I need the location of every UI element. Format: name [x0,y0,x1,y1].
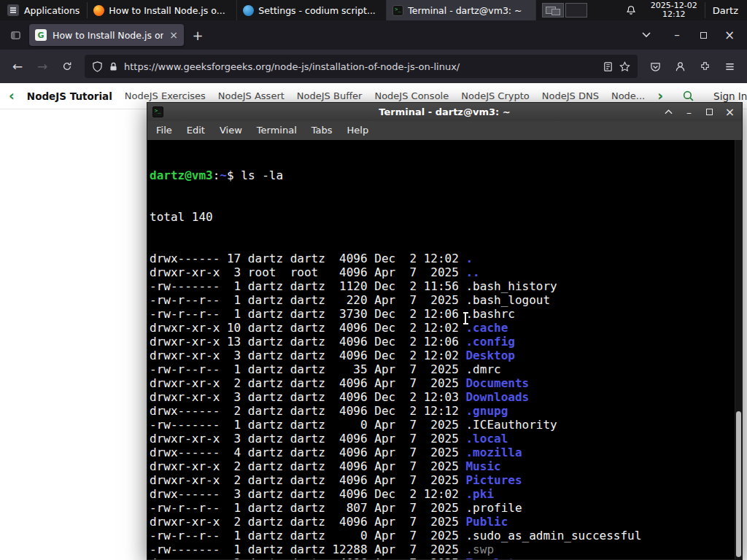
typed-command: ls -la [241,168,283,182]
ls-row: -rw-r--r-- 1 dartz dartz 0 Apr 7 2025 .s… [150,529,742,542]
terminal-icon [392,5,403,16]
user-menu[interactable]: Dartz [705,0,747,20]
ls-row: drwxr-xr-x 2 dartz dartz 4096 Apr 7 2025… [150,473,742,487]
subnav-item[interactable]: NodeJS Console [374,90,449,101]
bell-icon [626,5,636,15]
ls-row: drwxr-xr-x 13 dartz dartz 4096 Dec 2 12:… [150,335,742,349]
browser-window-controls: – × [665,25,741,45]
ls-row: drwxr-xr-x 10 dartz dartz 4096 Dec 2 12:… [150,321,742,335]
tab-active[interactable]: G How to Install Node.js on... × [29,24,184,46]
mouse-cursor [462,312,469,324]
subnav-item[interactable]: NodeJS Exercises [125,90,206,101]
workspace-2[interactable] [565,3,587,18]
ls-row: -rw------- 1 dartz dartz 12288 Apr 7 202… [150,542,742,556]
reload-button[interactable] [55,55,79,78]
url-bar[interactable]: https://www.geeksforgeeks.org/node-js/in… [85,55,638,78]
workspace-switcher[interactable] [542,3,587,18]
firefox-icon [93,5,104,16]
subnav-item-active[interactable]: NodeJS Tutorial [27,90,112,102]
new-tab-button[interactable]: + [188,26,207,44]
maximize-button[interactable] [692,25,715,45]
workspace-1[interactable] [542,3,564,18]
subnav-item[interactable]: NodeJS DNS [542,90,599,101]
menu-file[interactable]: File [149,121,179,140]
menu-edit[interactable]: Edit [179,121,212,140]
list-tabs-button[interactable] [636,26,657,44]
ls-row: drwxr-xr-x 3 dartz dartz 4096 Apr 7 2025… [150,432,742,446]
account-icon [675,61,686,72]
taskbar-window-title: Terminal - dartz@vm3: ~ [408,5,522,16]
ls-row: -rw-r--r-- 1 dartz dartz 807 Apr 7 2025 … [150,501,742,515]
terminal-titlebar[interactable]: Terminal - dartz@vm3: ~ – × [147,103,742,121]
terminal-close-button[interactable]: × [723,105,737,119]
maximize-icon [706,109,713,115]
scrollbar-thumb[interactable] [736,411,741,557]
taskbar-window-codium[interactable]: Settings - codium script... [237,0,387,20]
notifications-button[interactable] [619,0,643,20]
clock-time: 12:12 [651,10,697,20]
ls-row: drwx------ 17 dartz dartz 4096 Dec 2 12:… [150,252,742,265]
ls-row: drwxr-xr-x 2 dartz dartz 4096 Apr 7 2025… [150,376,742,390]
back-button[interactable]: ← [6,55,29,78]
hamburger-icon [724,61,735,72]
scroll-right-icon[interactable]: › [657,89,663,103]
terminal-title: Terminal - dartz@vm3: ~ [147,106,742,117]
terminal-listing: drwx------ 17 dartz dartz 4096 Dec 2 12:… [150,252,742,559]
menu-view[interactable]: View [212,121,249,140]
close-button[interactable]: × [718,25,741,45]
chevron-down-icon [642,32,651,38]
url-text: https://www.geeksforgeeks.org/node-js/in… [124,61,597,72]
navigation-toolbar: ← → https://www.geeksforgeeks.org/node-j… [0,50,747,83]
taskbar-window-terminal[interactable]: Terminal - dartz@vm3: ~ [387,0,536,20]
scroll-left-icon[interactable]: ‹ [9,89,15,103]
mini-window [551,9,560,15]
terminal-content[interactable]: dartz@vm3:~$ ls -la total 140 drwx------… [147,140,742,559]
firefox-view-button[interactable] [6,26,25,44]
ls-row: -rw------- 1 dartz dartz 0 Apr 7 2025 .I… [150,418,742,432]
terminal-window-controls: – × [662,105,737,119]
pocket-button[interactable] [643,55,667,78]
minimize-button[interactable]: – [665,25,689,45]
desktop: { "taskbar": { "applications": "Applicat… [0,0,747,560]
menu-help[interactable]: Help [340,121,376,140]
menu-tabs[interactable]: Tabs [304,121,340,140]
firefox-view-icon [10,30,21,41]
clock[interactable]: 2025-12-02 12:12 [643,0,705,20]
bookmark-star-icon[interactable] [619,61,630,72]
prompt-path: ~ [220,168,227,182]
taskbar-window-firefox[interactable]: How to Install Node.js o... [88,0,237,20]
taskbar-window-title: Settings - codium script... [258,5,375,16]
prompt-line: dartz@vm3:~$ ls -la [150,168,742,182]
lock-icon[interactable] [109,62,118,71]
subnav-item[interactable]: NodeJS Assert [218,90,285,101]
ls-row: drwxr-xr-x 3 dartz dartz 4096 Dec 2 12:0… [150,349,742,362]
tab-close-icon[interactable]: × [169,30,178,40]
ls-row: -rw-r--r-- 1 dartz dartz 35 Apr 7 2025 .… [150,362,742,376]
ls-row: drwxr-xr-x 3 root root 4096 Apr 7 2025 .… [150,265,742,279]
menu-terminal[interactable]: Terminal [249,121,304,140]
maximize-icon [700,32,707,39]
shade-button[interactable] [662,105,676,119]
forward-button[interactable]: → [31,55,54,78]
terminal-minimize-button[interactable]: – [682,105,696,119]
menu-button[interactable] [718,55,741,78]
extensions-button[interactable] [693,55,716,78]
ls-row: drwx------ 2 dartz dartz 4096 Dec 2 12:1… [150,404,742,418]
account-button[interactable] [668,55,692,78]
tab-title: How to Install Node.js on... [53,30,163,41]
sign-in-button[interactable]: Sign In [713,90,747,102]
terminal-maximize-button[interactable] [703,105,716,119]
terminal-scrollbar[interactable] [735,140,742,559]
subnav-item[interactable]: NodeJS Crypto [461,90,530,101]
reader-mode-icon[interactable] [603,61,614,72]
prompt-separator: : [213,168,220,182]
subnav-item[interactable]: NodeJS Buffer [297,90,363,101]
tracking-shield-icon[interactable] [92,61,103,72]
applications-menu[interactable]: Applications [0,0,87,20]
taskbar: Applications How to Install Node.js o...… [0,0,747,20]
codium-icon [243,5,254,16]
ls-row: drwxr-xr-x 3 dartz dartz 4096 Dec 2 12:0… [150,390,742,404]
subnav-item[interactable]: Node... [611,90,645,101]
subnav-right-cluster: › Sign In [657,89,747,103]
search-icon[interactable] [682,90,694,102]
